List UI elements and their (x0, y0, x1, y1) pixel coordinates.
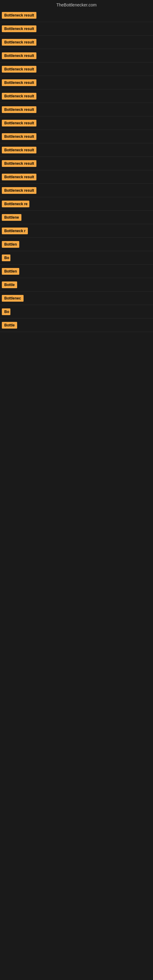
bottleneck-result-badge[interactable]: Bottleneck result (2, 106, 37, 113)
table-row: Bottleneck result (0, 116, 153, 130)
table-row: Bottlenec (0, 291, 153, 305)
bottleneck-result-badge[interactable]: Bottleneck result (2, 52, 37, 59)
table-row: Bo (0, 305, 153, 318)
bottleneck-result-badge[interactable]: Bottleneck result (2, 173, 37, 180)
table-row: Bottleneck result (0, 157, 153, 170)
table-row: Bottleneck re (0, 197, 153, 211)
rows-container: Bottleneck resultBottleneck resultBottle… (0, 9, 153, 332)
bottleneck-result-badge[interactable]: Bottleneck r (2, 228, 28, 234)
site-header: TheBottlenecker.com (0, 0, 153, 9)
bottleneck-result-badge[interactable]: Bottleneck result (2, 66, 37, 73)
table-row: Bottleneck result (0, 76, 153, 89)
table-row: Bottleneck result (0, 35, 153, 49)
bottleneck-result-badge[interactable]: Bottlen (2, 268, 19, 275)
table-row: Bottle (0, 278, 153, 291)
bottleneck-result-badge[interactable]: Bottle (2, 322, 17, 329)
bottleneck-result-badge[interactable]: Bottleneck result (2, 12, 37, 19)
site-title: TheBottlenecker.com (0, 0, 153, 9)
bottleneck-result-badge[interactable]: Bottleneck result (2, 133, 37, 140)
bottleneck-result-badge[interactable]: Bottle (2, 282, 17, 288)
bottleneck-result-badge[interactable]: Bottleneck result (2, 79, 37, 86)
bottleneck-result-badge[interactable]: Bottleneck result (2, 147, 37, 153)
bottleneck-result-badge[interactable]: Bottleneck result (2, 160, 37, 167)
table-row: Bottleneck result (0, 130, 153, 143)
table-row: Bottlen (0, 238, 153, 251)
table-row: Bottlen (0, 265, 153, 278)
table-row: Bottlene (0, 211, 153, 224)
bottleneck-result-badge[interactable]: Bottlenec (2, 295, 24, 302)
bottleneck-result-badge[interactable]: Bottleneck result (2, 93, 37, 100)
bottleneck-result-badge[interactable]: Bottleneck re (2, 200, 29, 207)
table-row: Bottleneck result (0, 62, 153, 76)
table-row: Bottleneck result (0, 22, 153, 35)
table-row: Bottle (0, 318, 153, 332)
bottleneck-result-badge[interactable]: Bottlen (2, 241, 19, 248)
bottleneck-result-badge[interactable]: Bottlene (2, 214, 21, 221)
table-row: Bottleneck result (0, 103, 153, 116)
bottleneck-result-badge[interactable]: Bo (2, 309, 10, 315)
bottleneck-result-badge[interactable]: Bottleneck result (2, 120, 37, 126)
bottleneck-result-badge[interactable]: Bo (2, 255, 10, 261)
table-row: Bottleneck result (0, 9, 153, 22)
table-row: Bottleneck result (0, 184, 153, 197)
table-row: Bottleneck result (0, 143, 153, 157)
table-row: Bottleneck result (0, 49, 153, 62)
table-row: Bo (0, 251, 153, 265)
table-row: Bottleneck result (0, 170, 153, 184)
table-row: Bottleneck result (0, 89, 153, 103)
bottleneck-result-badge[interactable]: Bottleneck result (2, 187, 37, 194)
bottleneck-result-badge[interactable]: Bottleneck result (2, 25, 37, 32)
table-row: Bottleneck r (0, 224, 153, 238)
bottleneck-result-badge[interactable]: Bottleneck result (2, 39, 37, 46)
